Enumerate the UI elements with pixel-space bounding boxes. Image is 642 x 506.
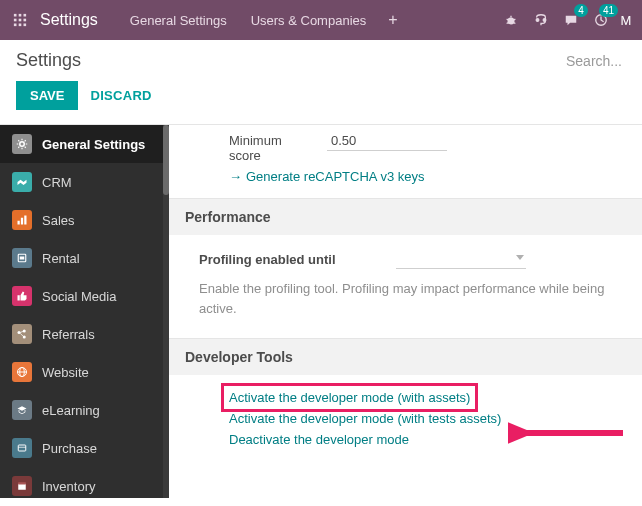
sidebar-item-referrals[interactable]: Referrals	[0, 315, 163, 353]
sidebar-item-label: Sales	[42, 213, 75, 228]
svg-rect-35	[18, 482, 26, 484]
sidebar-item-label: Purchase	[42, 441, 97, 456]
actionbar: SAVE DISCARD	[0, 71, 642, 125]
svg-point-18	[20, 142, 25, 147]
navbar-brand[interactable]: Settings	[40, 11, 98, 29]
devtools-section-title: Developer Tools	[169, 338, 642, 375]
user-avatar[interactable]: M	[616, 13, 636, 28]
sidebar-item-social[interactable]: Social Media	[0, 277, 163, 315]
messages-icon[interactable]: 4	[556, 0, 586, 40]
profiling-datetime-input[interactable]	[396, 249, 526, 269]
sidebar-item-elearning[interactable]: eLearning	[0, 391, 163, 429]
sidebar-item-purchase[interactable]: Purchase	[0, 429, 163, 467]
svg-rect-19	[18, 221, 20, 225]
sidebar-item-crm[interactable]: CRM	[0, 163, 163, 201]
profiling-help: Enable the profiling tool. Profiling may…	[199, 279, 626, 318]
navbar: Settings General Settings Users & Compan…	[0, 0, 642, 40]
deactivate-dev-link[interactable]: Deactivate the developer mode	[229, 429, 626, 450]
support-icon[interactable]	[526, 0, 556, 40]
page-title: Settings	[16, 50, 81, 71]
globe-icon	[12, 362, 32, 382]
sidebar-item-general-settings[interactable]: General Settings	[0, 125, 163, 163]
megaphone-icon	[12, 324, 32, 344]
min-score-input[interactable]	[327, 131, 447, 151]
svg-rect-32	[18, 445, 26, 451]
activities-badge: 41	[599, 4, 618, 17]
svg-line-13	[507, 23, 509, 24]
svg-rect-4	[19, 19, 22, 22]
nav-new-icon[interactable]: +	[378, 0, 407, 40]
chart-icon	[12, 210, 32, 230]
svg-line-14	[514, 23, 516, 24]
sidebar: General Settings CRM Sales Rental	[0, 125, 169, 498]
content: Minimum score Generate reCAPTCHA v3 keys…	[169, 125, 642, 498]
handshake-icon	[12, 172, 32, 192]
min-score-field: Minimum score	[169, 125, 642, 167]
debug-icon[interactable]	[496, 0, 526, 40]
generate-recaptcha-link[interactable]: Generate reCAPTCHA v3 keys	[229, 169, 424, 184]
nav-users-companies[interactable]: Users & Companies	[239, 0, 379, 40]
activate-dev-assets-link[interactable]: Activate the developer mode (with assets…	[225, 387, 474, 408]
graduation-icon	[12, 400, 32, 420]
box-icon	[12, 476, 32, 496]
svg-rect-6	[14, 24, 17, 27]
sidebar-item-label: Inventory	[42, 479, 95, 494]
discard-button[interactable]: DISCARD	[90, 88, 151, 103]
thumbs-up-icon	[12, 286, 32, 306]
apps-menu-icon[interactable]	[6, 6, 34, 34]
svg-rect-3	[14, 19, 17, 22]
svg-rect-7	[19, 24, 22, 27]
min-score-label: Minimum score	[229, 131, 309, 163]
svg-line-11	[507, 19, 509, 20]
titlebar: Settings Search...	[0, 40, 642, 71]
performance-section-title: Performance	[169, 198, 642, 235]
svg-rect-20	[21, 218, 23, 225]
svg-point-9	[508, 17, 515, 24]
svg-rect-1	[19, 14, 22, 17]
sidebar-item-label: eLearning	[42, 403, 100, 418]
svg-line-28	[20, 333, 23, 336]
svg-point-15	[536, 19, 539, 22]
sidebar-scrollbar[interactable]	[163, 125, 169, 498]
sidebar-item-website[interactable]: Website	[0, 353, 163, 391]
svg-rect-5	[24, 19, 27, 22]
nav-general-settings[interactable]: General Settings	[118, 0, 239, 40]
svg-rect-23	[20, 257, 25, 260]
activities-icon[interactable]: 41	[586, 0, 616, 40]
sidebar-item-rental[interactable]: Rental	[0, 239, 163, 277]
sidebar-item-label: Website	[42, 365, 89, 380]
profiling-label: Profiling enabled until	[199, 252, 336, 267]
svg-rect-21	[24, 216, 26, 225]
sidebar-item-label: CRM	[42, 175, 72, 190]
key-icon	[12, 248, 32, 268]
search-input[interactable]: Search...	[566, 53, 626, 69]
svg-rect-0	[14, 14, 17, 17]
sidebar-item-label: Rental	[42, 251, 80, 266]
svg-line-12	[514, 19, 516, 20]
svg-rect-8	[24, 24, 27, 27]
svg-point-16	[543, 19, 546, 22]
sidebar-item-label: General Settings	[42, 137, 145, 152]
sidebar-item-sales[interactable]: Sales	[0, 201, 163, 239]
svg-rect-2	[24, 14, 27, 17]
cart-icon	[12, 438, 32, 458]
sidebar-item-label: Social Media	[42, 289, 116, 304]
sidebar-item-inventory[interactable]: Inventory	[0, 467, 163, 498]
svg-point-25	[23, 330, 26, 333]
sidebar-item-label: Referrals	[42, 327, 95, 342]
svg-rect-34	[18, 484, 26, 490]
save-button[interactable]: SAVE	[16, 81, 78, 110]
gear-icon	[12, 134, 32, 154]
activate-dev-tests-link[interactable]: Activate the developer mode (with tests …	[229, 408, 626, 429]
svg-line-27	[20, 331, 23, 332]
sidebar-scrollbar-thumb[interactable]	[163, 125, 169, 195]
